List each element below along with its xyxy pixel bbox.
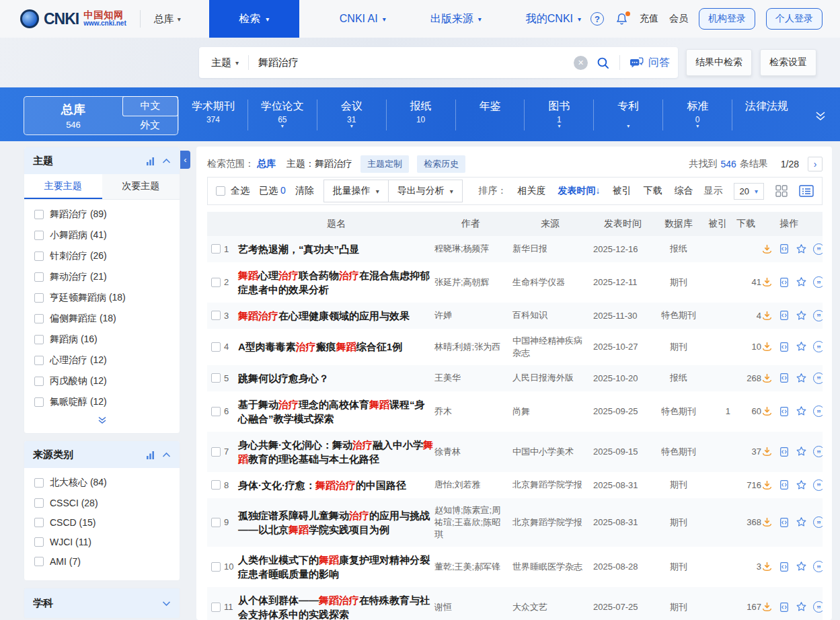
checkbox[interactable] <box>34 377 44 386</box>
checkbox[interactable] <box>34 356 44 365</box>
filter-item[interactable]: 亨廷顿舞蹈病 (18) <box>24 287 180 308</box>
filter-item[interactable]: 偏侧舞蹈症 (18) <box>24 308 180 329</box>
db-category[interactable]: 年鉴 <box>455 100 525 130</box>
sort-option[interactable]: 相关度 <box>518 185 546 197</box>
chevron-up-icon[interactable] <box>162 452 171 458</box>
html-read-icon[interactable] <box>779 561 790 572</box>
search-in-results-button[interactable]: 结果中检索 <box>686 49 752 76</box>
result-source[interactable]: 中国神经精神疾病杂志 <box>512 335 593 359</box>
favorite-star-icon[interactable] <box>796 341 807 352</box>
checkbox[interactable] <box>34 537 44 547</box>
checkbox[interactable] <box>34 272 44 282</box>
favorite-star-icon[interactable] <box>796 516 807 528</box>
org-login-button[interactable]: 机构登录 <box>699 8 755 30</box>
sidebar-collapse-handle[interactable]: ‹ <box>180 151 190 169</box>
cite-quote-icon[interactable]: ” <box>813 341 823 352</box>
db-category[interactable]: 标准0▾ <box>662 100 732 130</box>
source-type-section-header[interactable]: 来源类别 <box>24 441 180 468</box>
download-icon[interactable] <box>761 516 773 528</box>
checkbox[interactable] <box>211 480 221 490</box>
search-history-button[interactable]: 检索历史 <box>417 155 465 173</box>
lang-tab-foreign[interactable]: 外文 <box>122 116 178 135</box>
result-authors[interactable]: 程晓琳;杨频萍 <box>434 243 512 255</box>
filter-item[interactable]: 心理治疗 (12) <box>24 350 180 371</box>
checkbox[interactable] <box>211 373 221 383</box>
lang-tab-chinese[interactable]: 中文 <box>122 96 178 116</box>
sort-option[interactable]: 发表时间↓ <box>558 185 601 197</box>
result-source[interactable]: 中国中小学美术 <box>512 446 593 458</box>
result-title[interactable]: 舞蹈心理治疗联合药物治疗在混合焦虑抑郁症患者中的效果分析 <box>238 268 434 297</box>
result-authors[interactable]: 林晴;利婧;张为西 <box>434 341 512 353</box>
column-downloads[interactable]: 下载 <box>730 218 761 230</box>
html-read-icon[interactable] <box>779 342 790 352</box>
checkbox[interactable] <box>34 251 44 261</box>
checkbox[interactable] <box>34 314 44 323</box>
notification-bell-icon[interactable] <box>615 12 629 26</box>
filter-item[interactable]: 丙戊酸钠 (12) <box>24 371 180 391</box>
html-read-icon[interactable] <box>779 373 790 383</box>
result-title[interactable]: 基于舞动治疗理念的高校体育舞蹈课程“身心融合”教学模式探索 <box>238 397 434 426</box>
search-field-select[interactable]: 主题 ▾ <box>211 56 239 69</box>
checkbox[interactable] <box>211 407 221 416</box>
result-title[interactable]: 艺考热退潮，“真功夫”凸显 <box>238 242 434 256</box>
search-icon[interactable] <box>596 56 610 70</box>
download-icon[interactable] <box>761 276 773 288</box>
result-source[interactable]: 北京舞蹈学院学报 <box>512 479 593 491</box>
html-read-icon[interactable] <box>779 447 790 457</box>
result-authors[interactable]: 张延芹;高朝辉 <box>434 276 512 288</box>
chevron-down-icon[interactable] <box>162 600 171 607</box>
result-title[interactable]: 身心共舞·文化润心：舞动治疗融入中小学舞蹈教育的理论基础与本土化路径 <box>238 438 434 466</box>
download-icon[interactable] <box>761 243 773 255</box>
clear-selection-button[interactable]: 清除 <box>295 185 314 197</box>
favorite-star-icon[interactable] <box>796 373 807 384</box>
nav-cnki-ai[interactable]: CNKI AI▾ <box>340 13 386 25</box>
filter-item[interactable]: 舞蹈治疗 (89) <box>24 204 180 225</box>
filter-item[interactable]: 舞蹈病 (16) <box>24 329 180 350</box>
db-main-total[interactable]: 总库 546 <box>24 97 122 134</box>
checkbox[interactable] <box>34 478 44 488</box>
personal-login-button[interactable]: 个人登录 <box>766 8 823 30</box>
column-title[interactable]: 题名 <box>238 218 434 230</box>
checkbox[interactable] <box>211 278 221 287</box>
favorite-star-icon[interactable] <box>796 479 807 491</box>
result-source[interactable]: 尚舞 <box>512 405 593 418</box>
bar-chart-icon[interactable] <box>146 451 155 459</box>
cite-quote-icon[interactable]: ” <box>813 516 823 528</box>
export-analyze-button[interactable]: 导出与分析▾ <box>388 180 463 202</box>
db-category[interactable]: 报纸10 <box>386 100 455 130</box>
tab-main-topic[interactable]: 主要主题 <box>24 174 102 199</box>
download-icon[interactable] <box>761 446 773 457</box>
cnki-logo[interactable]: CNKI 中国知网 www.cnki.net <box>20 9 126 28</box>
filter-item[interactable]: 北大核心 (84) <box>24 472 180 493</box>
db-category[interactable]: 学位论文65▾ <box>247 100 317 130</box>
filter-item[interactable]: CSCD (15) <box>24 512 180 532</box>
column-cited[interactable]: 被引 <box>705 218 730 230</box>
result-authors[interactable]: 许婵 <box>434 309 512 321</box>
qa-button[interactable]: 问答 <box>629 56 670 70</box>
favorite-star-icon[interactable] <box>796 310 807 321</box>
checkbox[interactable] <box>34 518 44 527</box>
column-source[interactable]: 来源 <box>512 218 593 230</box>
result-source[interactable]: 新华日报 <box>512 243 593 255</box>
download-icon[interactable] <box>761 601 773 613</box>
result-title[interactable]: 舞蹈治疗在心理健康领域的应用与效果 <box>238 309 434 323</box>
nav-publish-source[interactable]: 出版来源▾ <box>430 12 482 26</box>
list-view-icon[interactable] <box>799 184 814 198</box>
favorite-star-icon[interactable] <box>796 601 807 613</box>
filter-item[interactable]: 氟哌啶醇 (12) <box>24 391 180 412</box>
html-read-icon[interactable] <box>779 277 790 288</box>
result-source[interactable]: 百科知识 <box>512 309 593 321</box>
html-read-icon[interactable] <box>779 310 790 321</box>
db-category[interactable]: 会议31▾ <box>317 100 386 130</box>
expand-more-topics-icon[interactable] <box>24 414 180 433</box>
column-authors[interactable]: 作者 <box>434 218 512 230</box>
result-source[interactable]: 世界睡眠医学杂志 <box>512 561 593 573</box>
favorite-star-icon[interactable] <box>796 243 807 255</box>
checkbox[interactable] <box>211 342 221 352</box>
topic-custom-button[interactable]: 主题定制 <box>360 155 409 173</box>
column-date[interactable]: 发表时间 <box>593 218 652 230</box>
html-read-icon[interactable] <box>779 406 790 417</box>
filter-item[interactable]: 舞动治疗 (21) <box>24 266 180 287</box>
sort-option[interactable]: 被引 <box>613 185 632 197</box>
cite-quote-icon[interactable]: ” <box>813 276 823 288</box>
